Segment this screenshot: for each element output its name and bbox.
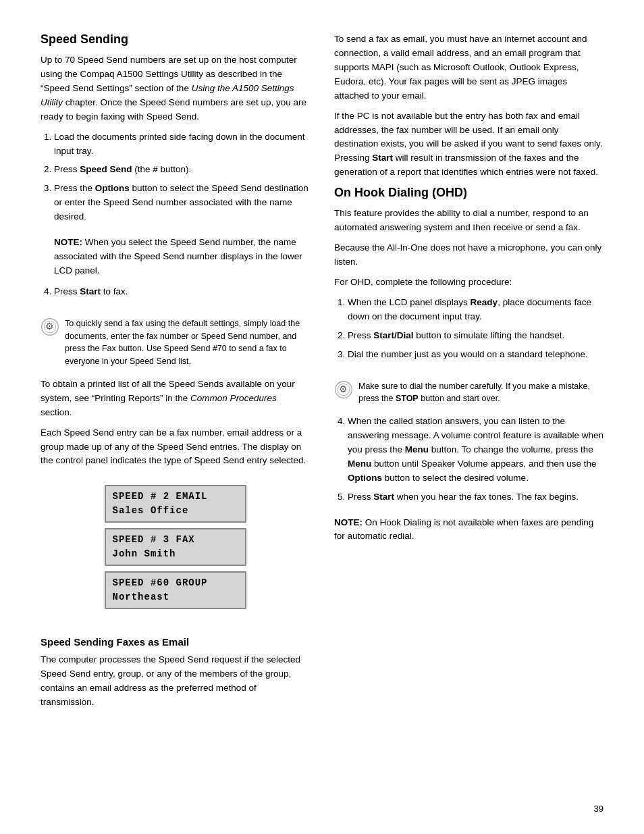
lcd1-line1: SPEED # 2 EMAIL xyxy=(113,490,238,504)
right-column: To send a fax as email, you must have an… xyxy=(334,32,603,793)
step4-list: Press Start to fax. xyxy=(54,285,310,304)
obtain-text2: section. xyxy=(41,407,72,417)
step2-bold: Speed Send xyxy=(80,164,132,174)
ohd-steps-list: When the LCD panel displays Ready, place… xyxy=(348,296,603,367)
send-para2-bold1: Start xyxy=(372,153,393,163)
tip-text-1: To quickly send a fax using the default … xyxy=(65,317,310,368)
left-column: Speed Sending Up to 70 Speed Send number… xyxy=(41,32,310,793)
step4-bold: Start xyxy=(80,286,101,296)
ohd-title: On Hook Dialing (OHD) xyxy=(334,186,603,200)
ohd-step-1: When the LCD panel displays Ready, place… xyxy=(348,296,603,324)
note2-paragraph: NOTE: On Hook Dialing is not available w… xyxy=(334,516,603,544)
speed-sending-title: Speed Sending xyxy=(41,32,310,47)
lcd3-line1: SPEED #60 GROUP xyxy=(113,576,238,590)
ohd-step4-mid1: button. To change the volume, press the xyxy=(429,444,593,454)
ohd-step-2: Press Start/Dial button to simulate lift… xyxy=(348,329,603,343)
note-label: NOTE: xyxy=(54,237,82,247)
svg-text:⚙: ⚙ xyxy=(339,384,348,394)
ohd-para3: For OHD, complete the following procedur… xyxy=(334,276,603,290)
ohd-para1: This feature provides the ability to dia… xyxy=(334,207,603,235)
step-2: Press Speed Send (the # button). xyxy=(54,163,310,177)
ohd-step-3: Dial the number just as you would on a s… xyxy=(348,348,603,362)
ohd-step4-bold2: Menu xyxy=(348,459,371,469)
ohd-step5-before: Press xyxy=(348,492,373,502)
ohd-step4-bold3: Options xyxy=(348,473,382,483)
lcd-images: SPEED # 2 EMAIL Sales Office SPEED # 3 F… xyxy=(41,485,310,609)
step3-bold: Options xyxy=(95,183,130,193)
step-4: Press Start to fax. xyxy=(54,285,310,299)
ohd-step4-end: button to select the desired volume. xyxy=(382,473,529,483)
ohd-step5-bold: Start xyxy=(373,492,394,502)
lcd-screen-2: SPEED # 3 FAX John Smith xyxy=(105,528,246,566)
note-content: When you select the Speed Send number, t… xyxy=(54,237,302,276)
note2-label: NOTE: xyxy=(334,517,363,527)
ohd-step-5: Press Start when you hear the fax tones.… xyxy=(348,490,603,504)
svg-text:⚙: ⚙ xyxy=(45,321,54,332)
ohd-step-4: When the called station answers, you can… xyxy=(348,415,603,486)
send-para1: To send a fax as email, you must have an… xyxy=(334,32,603,103)
obtain-italic: Common Procedures xyxy=(190,393,277,403)
step2-text-before: Press xyxy=(54,164,80,174)
ohd-step4-mid2: button until Speaker Volume appears, and… xyxy=(371,459,596,469)
step1-text: Load the documents printed side facing d… xyxy=(54,132,305,156)
ohd-para2: Because the All-In-One does not have a m… xyxy=(334,241,603,269)
tip-box-1: ⚙ To quickly send a fax using the defaul… xyxy=(41,317,310,368)
ohd-step2-bold: Start/Dial xyxy=(373,330,413,340)
ohd-step4-bold1: Menu xyxy=(405,444,429,454)
ohd-step5-after: when you hear the fax tones. The fax beg… xyxy=(394,492,579,502)
ohd-step2-before: Press xyxy=(348,330,373,340)
tip-box-2: ⚙ Make sure to dial the number carefully… xyxy=(334,380,603,406)
ohd-step1-bold: Ready xyxy=(471,297,498,307)
step-1: Load the documents printed side facing d… xyxy=(54,130,310,159)
step2-text-after: (the # button). xyxy=(132,164,192,174)
page-number: 39 xyxy=(594,804,603,814)
intro-text2: chapter. Once the Speed Send numbers are… xyxy=(41,97,306,122)
ohd-step1-before: When the LCD panel displays xyxy=(348,297,471,307)
lcd-screen-1: SPEED # 2 EMAIL Sales Office xyxy=(105,485,246,523)
step3-text-before: Press the xyxy=(54,183,95,193)
sub-para1: The computer processes the Speed Send re… xyxy=(41,653,310,710)
lcd3-line2: Northeast xyxy=(113,590,238,604)
tip-text-2: Make sure to dial the number carefully. … xyxy=(358,380,603,406)
send-para2: If the PC is not available but the entry… xyxy=(334,109,603,180)
step4-after: to fax. xyxy=(101,286,128,296)
note2-content: On Hook Dialing is not available when fa… xyxy=(334,517,593,542)
lcd1-line2: Sales Office xyxy=(113,504,238,518)
speed-send-steps: Load the documents printed side facing d… xyxy=(54,130,310,230)
lcd2-line1: SPEED # 3 FAX xyxy=(113,533,238,547)
tip2-bold: STOP xyxy=(396,394,419,403)
lcd2-line2: John Smith xyxy=(113,547,238,561)
tip2-after: button and start over. xyxy=(419,394,500,403)
speed-send-fax-email-title: Speed Sending Faxes as Email xyxy=(41,636,310,648)
tip-icon-1: ⚙ xyxy=(41,317,59,336)
ohd-steps-cont: When the called station answers, you can… xyxy=(348,415,603,509)
tip-icon-2: ⚙ xyxy=(334,380,353,399)
ohd-step2-after: button to simulate lifting the handset. xyxy=(414,330,565,340)
step4-before: Press xyxy=(54,286,80,296)
ohd-step3-text: Dial the number just as you would on a s… xyxy=(348,349,588,359)
obtain-paragraph: To obtain a printed list of all the Spee… xyxy=(41,377,310,420)
step-3: Press the Options button to select the S… xyxy=(54,182,310,224)
each-paragraph: Each Speed Send entry can be a fax numbe… xyxy=(41,426,310,469)
lcd-screen-3: SPEED #60 GROUP Northeast xyxy=(105,571,246,609)
note-paragraph: NOTE: When you select the Speed Send num… xyxy=(54,236,310,278)
intro-paragraph: Up to 70 Speed Send numbers are set up o… xyxy=(41,53,310,124)
